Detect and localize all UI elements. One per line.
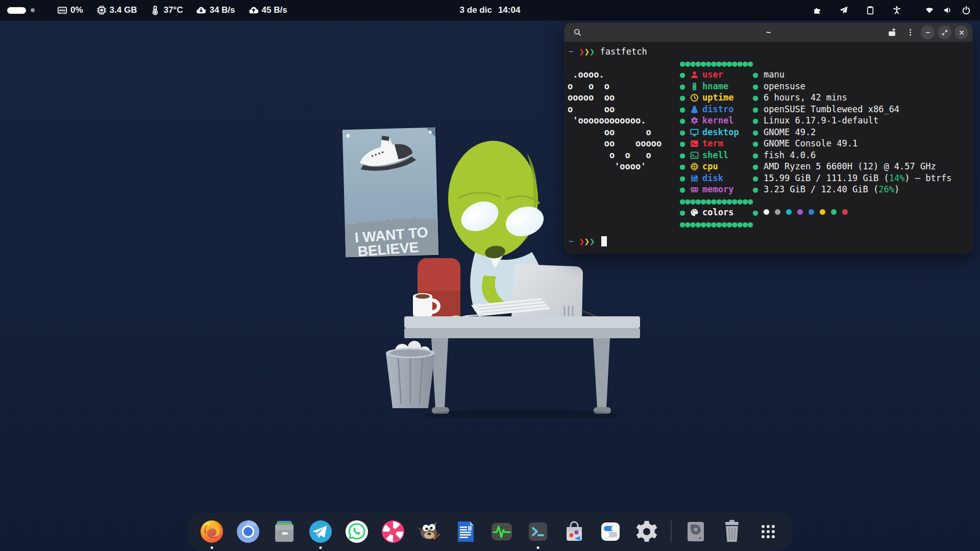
palette-icon xyxy=(690,208,699,217)
fastfetch-row-cpu: ● cpu ● AMD Ryzen 5 6600H (12) @ 4.57 GH… xyxy=(680,161,966,172)
fastfetch-row-user: ● user ● manu xyxy=(680,69,966,81)
running-indicator xyxy=(537,546,540,549)
stat-gpu[interactable]: 0% xyxy=(57,5,83,15)
volume-icon[interactable] xyxy=(942,5,953,16)
stat-value: 34 B/s xyxy=(209,5,235,15)
running-indicator xyxy=(320,546,322,549)
dock-item-system-monitor[interactable] xyxy=(487,513,516,550)
fastfetch-separator: ●●●●●●●●●●●●●● xyxy=(680,58,753,69)
row-label: memory xyxy=(702,184,733,195)
row-bullet: ● xyxy=(680,149,685,161)
row-label: desktop xyxy=(702,127,739,138)
row-label: colors xyxy=(702,207,733,218)
system-stats[interactable]: 0% 3.4 GB 37°C 34 B/s 45 B/s xyxy=(57,0,287,20)
quick-settings[interactable] xyxy=(917,5,972,16)
stat-value: 0% xyxy=(70,5,83,15)
workspace-dot[interactable] xyxy=(31,8,35,12)
row-bullet: ● xyxy=(680,92,685,104)
chip-icon xyxy=(96,5,107,15)
percent-value: 26% xyxy=(878,184,894,194)
row-value: GNOME 49.2 xyxy=(764,127,816,138)
fastfetch-separator: ●●●●●●●●●●●●●● xyxy=(680,218,753,230)
dock-item-chromium[interactable] xyxy=(234,513,262,550)
stat-cloud-upload[interactable]: 45 B/s xyxy=(249,5,287,15)
search-button[interactable] xyxy=(570,26,585,40)
linux-icon xyxy=(690,105,699,114)
files-icon xyxy=(271,518,298,545)
prompt-line-1: ~ ❯❯❯ fastfetch xyxy=(569,46,647,58)
workspace-indicator[interactable] xyxy=(7,0,35,20)
dock-item-app-grid[interactable] xyxy=(754,513,782,550)
dock-item-console[interactable] xyxy=(524,513,552,550)
telegram-icon xyxy=(307,518,334,545)
value-bullet: ● xyxy=(753,115,758,127)
row-label: kernel xyxy=(702,115,733,127)
close-button[interactable] xyxy=(954,26,968,39)
dock-item-firefox[interactable] xyxy=(198,513,226,550)
gpu-icon xyxy=(57,5,67,15)
dock-item-whatsapp[interactable] xyxy=(342,513,371,550)
dock-item-software[interactable] xyxy=(560,513,589,550)
row-bullet: ● xyxy=(680,69,685,81)
fastfetch-row-shell: ● shell ● fish 4.0.6 xyxy=(680,149,966,161)
cloud-upload-icon xyxy=(249,5,259,15)
value-bullet: ● xyxy=(753,172,758,184)
dock-item-trash[interactable] xyxy=(718,513,746,550)
dock-item-lollypop[interactable] xyxy=(379,513,407,550)
row-bullet: ● xyxy=(680,172,685,184)
clipboard-icon[interactable] xyxy=(865,5,876,16)
stat-temperature[interactable]: 37°C xyxy=(150,5,183,15)
fastfetch-row-hname: ● hname ● opensuse xyxy=(680,81,966,92)
desk xyxy=(404,316,640,418)
value-bullet: ● xyxy=(753,207,758,218)
dock-item-libreoffice-writer[interactable] xyxy=(451,513,480,550)
power-icon[interactable] xyxy=(961,5,972,16)
maximize-button[interactable] xyxy=(938,26,951,39)
terminal-header[interactable]: ~ xyxy=(565,23,972,42)
fastfetch-row-desktop: ● desktop ● GNOME 49.2 xyxy=(680,127,966,138)
value-bullet: ● xyxy=(753,184,758,195)
new-tab-button[interactable] xyxy=(884,26,899,40)
accessibility-icon[interactable] xyxy=(891,5,902,16)
row-label: hname xyxy=(702,81,728,92)
fastfetch-row-memory: ● memory ● 3.23 GiB / 12.40 GiB (26%) xyxy=(680,184,966,195)
value-bullet: ● xyxy=(753,149,758,161)
prompt-line-2[interactable]: ~ ❯❯❯ xyxy=(569,236,607,247)
row-value: openSUSE Tumbleweed x86_64 xyxy=(764,104,899,115)
wifi-icon[interactable] xyxy=(924,5,935,16)
prompt-cwd: ~ xyxy=(569,46,574,57)
running-indicator xyxy=(211,546,213,549)
value-bullet: ● xyxy=(753,104,758,115)
gimp-icon xyxy=(416,518,443,545)
row-label: distro xyxy=(702,104,733,115)
clock-time[interactable]: 14:04 xyxy=(498,5,520,15)
dock-item-files[interactable] xyxy=(270,513,299,550)
menu-button[interactable] xyxy=(902,26,918,40)
whatsapp-icon xyxy=(344,518,370,545)
row-bullet: ● xyxy=(680,207,685,218)
dock-item-telegram[interactable] xyxy=(306,513,335,550)
stat-value: 37°C xyxy=(163,5,183,15)
dock-item-tweaks[interactable] xyxy=(632,513,661,550)
ram-icon xyxy=(690,185,699,194)
fastfetch-info: ● user ● manu ● hname ● opensuse ● uptim… xyxy=(680,69,966,195)
row-value: GNOME Console 49.1 xyxy=(764,138,857,149)
telegram-tray-icon[interactable] xyxy=(838,5,849,16)
typed-command: fastfetch xyxy=(600,46,647,57)
minimize-button[interactable] xyxy=(921,26,935,39)
chromium-icon xyxy=(235,518,261,545)
terminal-window: ~ ~ ❯❯❯ fastfetch ●●●●●●●●●●●●●● .oooo. … xyxy=(565,23,972,254)
row-value: AMD Ryzen 5 6600H (12) @ 4.57 GHz xyxy=(764,161,936,172)
workspace-active-pill[interactable] xyxy=(7,7,26,14)
clock-date[interactable]: 3 de dic xyxy=(460,5,492,15)
dock-item-settings[interactable] xyxy=(596,513,625,550)
value-bullet: ● xyxy=(753,161,758,172)
fastfetch-row-disk: ● disk ● 15.99 GiB / 111.19 GiB (14%) – … xyxy=(680,172,966,184)
dock-item-gimp[interactable] xyxy=(415,513,444,550)
stat-chip[interactable]: 3.4 GB xyxy=(96,5,137,15)
terminal-body[interactable]: ~ ❯❯❯ fastfetch ●●●●●●●●●●●●●● .oooo. o … xyxy=(565,42,972,254)
fastfetch-row-term: ● term ● GNOME Console 49.1 xyxy=(680,138,966,149)
dock-item-disks[interactable] xyxy=(681,513,710,550)
stat-cloud-download[interactable]: 34 B/s xyxy=(196,5,235,15)
extensions-icon[interactable] xyxy=(812,5,823,16)
